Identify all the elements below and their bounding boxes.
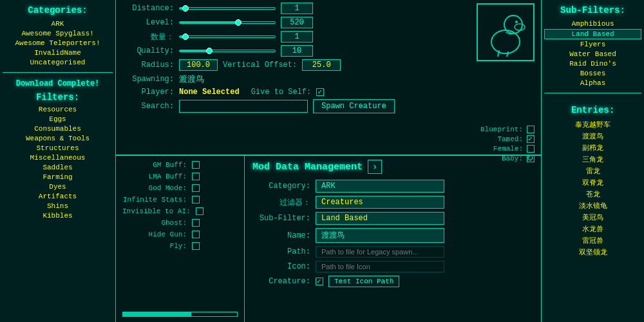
category-list: ARKAwesome Spyglass!Awesome Teleporters!… [0,18,115,68]
sub-filter-item[interactable]: Water Based [544,50,641,59]
search-label: Search: [122,102,174,111]
creature-checkbox[interactable] [316,278,323,285]
radius-row: Radius: 100.0 Vertical Offset: 25.0 [122,59,535,71]
sub-filter-item[interactable]: Bosses [544,69,641,78]
invisible-ai-checkbox[interactable] [196,207,204,215]
category-item[interactable]: Awesome Spyglass! [19,29,96,38]
entry-item[interactable]: 三角龙 [544,154,641,165]
icon-field-row: Icon: [252,261,533,272]
entry-item[interactable]: 水龙兽 [544,223,641,234]
category-field-row: Category: ARK [252,180,533,193]
spawn-button[interactable]: Spawn Creature [313,99,395,113]
distance-row: Distance: 1 [122,3,535,14]
level-value: 520 [281,17,313,28]
filter-field-value: Creatures [316,196,444,209]
svg-point-5 [515,21,518,23]
center-panel: Distance: 1 Level: 520 数量： [116,0,541,322]
give-self-checkbox[interactable] [316,88,324,96]
entry-item[interactable]: 雷冠兽 [544,235,641,246]
invisible-ai-row: Invisible to AI: [122,207,238,215]
entry-item[interactable]: 美冠鸟 [544,212,641,223]
distance-slider[interactable] [179,7,276,10]
sub-filter-item[interactable]: Land Based [544,29,641,39]
bottom-center: GM Buff: LMA Buff: God Mode: Infinite St… [116,155,541,322]
entry-item[interactable]: 泰克越野车 [544,119,641,130]
entry-item[interactable]: 雷龙 [544,166,641,176]
category-item[interactable]: InvalidName [32,48,84,57]
quantity-row: 数量： 1 [122,31,535,43]
entry-item[interactable]: 双脊龙 [544,177,641,188]
vertical-offset-value[interactable]: 25.0 [302,59,341,71]
quality-slider[interactable] [179,50,276,52]
female-checkbox[interactable] [527,145,535,153]
creature-field-row: Creature: Test Icon Path [252,276,533,287]
download-complete: Download Complete! [0,77,115,91]
filter-item[interactable]: Saddles [40,163,75,172]
filter-item[interactable]: Artifacts [36,192,79,201]
category-item[interactable]: Awesome Teleporters! [12,39,102,48]
level-slider[interactable] [179,21,276,24]
entry-item[interactable]: 双坚颌龙 [544,247,641,258]
category-item[interactable]: ARK [49,19,67,28]
filter-item[interactable]: Kibbles [40,211,75,220]
gm-buff-checkbox[interactable] [192,161,200,169]
sub-filter-item[interactable]: Alphas [544,79,641,88]
mod-data-panel: Mod Data Management › Category: ARK 过滤器：… [245,156,541,322]
icon-field-input[interactable] [316,261,444,272]
invisible-ai-label: Invisible to AI: [122,207,191,215]
vertical-offset-label: Vertical Offset: [223,61,297,70]
quantity-value: 1 [281,31,313,43]
icon-field-label: Icon: [252,262,310,271]
hide-gun-checkbox[interactable] [192,231,200,238]
search-input[interactable] [179,100,308,113]
entry-item[interactable]: 苍龙 [544,189,641,200]
hide-gun-row: Hide Gun: [122,231,238,238]
dodo-svg [480,6,531,58]
filter-list: ResourcesEggsConsumablesWeapons & ToolsS… [0,104,115,222]
ghost-label: Ghost: [122,219,187,227]
filter-item[interactable]: Shins [44,202,71,211]
blueprint-checkbox[interactable] [527,126,535,133]
tamed-label: Tamed: [478,135,523,143]
tamed-checkbox[interactable] [527,135,535,143]
filter-item[interactable]: Resources [36,105,79,114]
radius-value[interactable]: 100.0 [179,59,218,71]
female-row: Female: [478,145,535,153]
radius-label: Radius: [122,61,174,70]
filter-item[interactable]: Eggs [46,115,68,124]
lma-buff-checkbox[interactable] [192,173,200,180]
ghost-checkbox[interactable] [192,219,200,227]
filter-item[interactable]: Structures [33,144,81,153]
category-item[interactable]: Uncategorised [28,58,88,67]
filter-item[interactable]: Weapons & Tools [23,134,92,143]
path-field-input[interactable] [316,246,444,258]
entry-item[interactable]: 渡渡鸟 [544,131,641,142]
sub-filter-field-value: Land Based [316,212,444,225]
god-mode-checkbox[interactable] [192,184,200,192]
name-field-label: Name: [252,231,310,240]
entry-item[interactable]: 副栉龙 [544,142,641,153]
sub-filter-list: AmphibiousLand BasedFlyersWater BasedRai… [542,18,644,89]
path-field-label: Path: [252,247,310,256]
filter-item[interactable]: Dyes [46,182,68,191]
spawning-value: 渡渡鸟 [179,73,204,85]
filter-item[interactable]: Consumables [32,124,84,133]
path-field-row: Path: [252,246,533,258]
filter-item[interactable]: Farming [40,173,75,182]
entry-item[interactable]: 淡水镜龟 [544,200,641,211]
top-controls: Distance: 1 Level: 520 数量： [116,0,541,155]
test-icon-button[interactable]: Test Icon Path [328,276,399,287]
mod-data-arrow[interactable]: › [368,160,382,174]
sub-filter-item[interactable]: Flyers [544,40,641,49]
sub-filter-item[interactable]: Amphibious [544,19,641,28]
quality-row: Quality: 10 [122,45,535,57]
baby-checkbox[interactable] [527,155,535,162]
filter-item[interactable]: Miscellaneous [28,153,88,162]
hide-gun-label: Hide Gun: [122,231,187,238]
quantity-slider[interactable] [179,35,276,38]
svg-point-1 [504,15,522,33]
sub-filter-item[interactable]: Raid Dino's [544,59,641,68]
infinite-stats-checkbox[interactable] [192,196,200,204]
fly-checkbox[interactable] [192,242,200,250]
infinite-stats-row: Infinite Stats: [122,196,238,204]
